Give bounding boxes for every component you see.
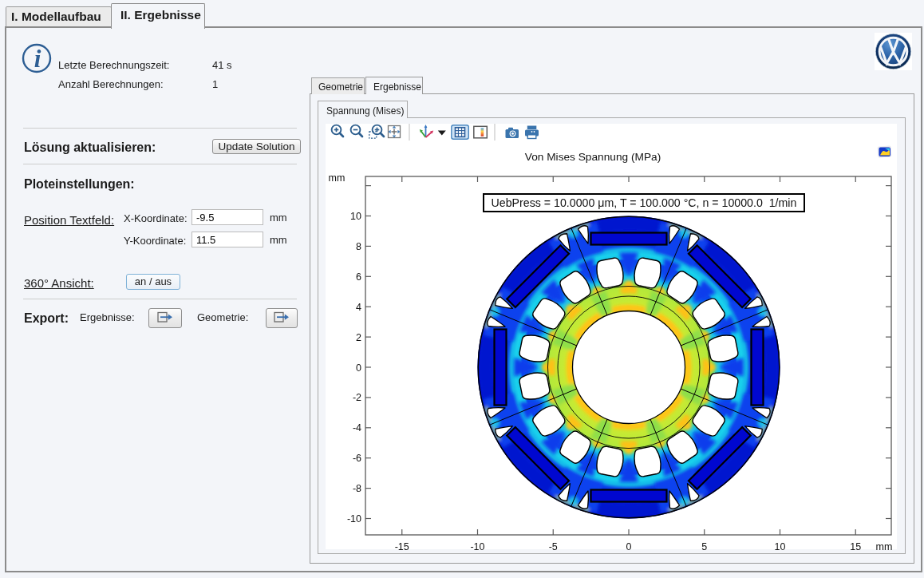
svg-text:mm: mm bbox=[329, 172, 346, 184]
svg-text:Von Mises Spannung (MPa): Von Mises Spannung (MPa) bbox=[525, 151, 661, 163]
svg-text:0: 0 bbox=[626, 541, 632, 552]
svg-text:8: 8 bbox=[356, 241, 361, 252]
svg-text:-5: -5 bbox=[549, 541, 558, 552]
svg-text:-2: -2 bbox=[353, 392, 361, 403]
svg-text:6: 6 bbox=[356, 271, 361, 283]
svg-text:2: 2 bbox=[356, 332, 361, 343]
svg-text:mm: mm bbox=[876, 541, 893, 552]
svg-text:UebPress = 10.0000 μm, T = 100: UebPress = 10.0000 μm, T = 100.000 °C, n… bbox=[492, 196, 797, 209]
svg-text:5: 5 bbox=[701, 541, 707, 552]
svg-text:4: 4 bbox=[356, 302, 361, 313]
svg-text:0: 0 bbox=[356, 362, 361, 374]
svg-text:-6: -6 bbox=[353, 453, 361, 464]
svg-text:-4: -4 bbox=[353, 422, 361, 434]
svg-text:10: 10 bbox=[350, 211, 361, 222]
svg-text:-15: -15 bbox=[395, 541, 409, 552]
svg-text:-10: -10 bbox=[347, 513, 361, 525]
svg-text:15: 15 bbox=[850, 541, 861, 552]
svg-text:10: 10 bbox=[775, 541, 786, 552]
svg-text:-8: -8 bbox=[353, 483, 361, 494]
svg-text:-10: -10 bbox=[470, 541, 484, 552]
